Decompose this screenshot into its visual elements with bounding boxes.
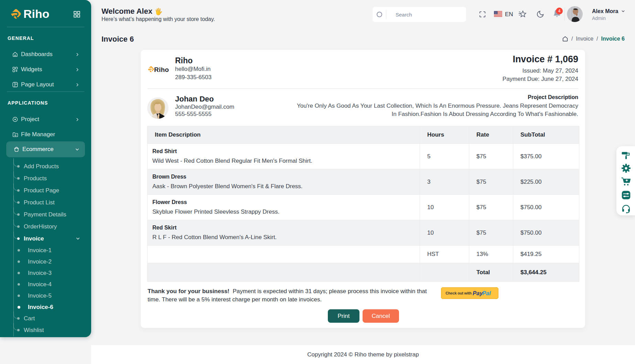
svg-text:Pal: Pal [482, 290, 491, 296]
svg-text:Pay: Pay [473, 290, 483, 296]
